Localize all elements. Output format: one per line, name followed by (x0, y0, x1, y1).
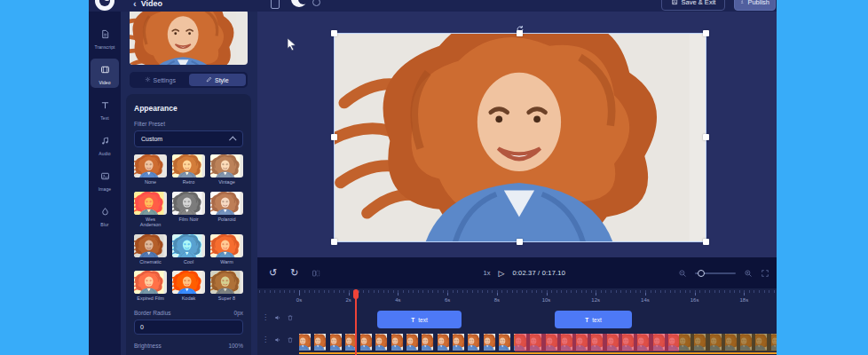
doc-icon (100, 27, 110, 43)
filter-option-expired[interactable]: Expired Film (134, 271, 167, 302)
video-thumbnail[interactable] (130, 10, 248, 65)
droplet-icon (100, 204, 110, 220)
filter-option-vintage[interactable]: Vintage (210, 154, 243, 185)
time-display: 0:02.37 / 0:17.10 (512, 269, 565, 277)
filmstrip-segment-olive[interactable] (679, 334, 777, 351)
drag-handle-icon[interactable]: ⋮ (262, 336, 269, 343)
theme-toggle[interactable] (291, 0, 307, 7)
filter-option-cinematic[interactable]: Cinematic (134, 234, 167, 265)
tab-style[interactable]: Style (189, 74, 247, 86)
playback-controls-bar: ↺ ↻ 1x ▷ 0:02.37 / 0:17.10 (257, 257, 777, 288)
filter-label: Warm (210, 259, 243, 265)
video-track-header: ⋮ (262, 336, 294, 343)
ruler-tick-label: 18s (739, 297, 748, 303)
text-clip[interactable]: Ttext (555, 311, 632, 328)
resize-handle[interactable] (517, 239, 523, 245)
filter-thumbnail (134, 192, 167, 215)
app-logo-icon[interactable] (95, 0, 114, 11)
panel-tabs: SettingsStyle (130, 72, 248, 88)
split-clip-icon[interactable] (312, 269, 320, 278)
zoom-out-icon[interactable] (678, 269, 687, 278)
filter-option-cool[interactable]: Cool (172, 234, 205, 265)
text-clip[interactable]: Ttext (377, 311, 462, 328)
undo-icon[interactable]: ↺ (269, 268, 277, 278)
filter-option-retro[interactable]: Retro (172, 154, 205, 185)
resize-handle[interactable] (703, 239, 709, 245)
sidebar-item-transcript[interactable]: Transcript (91, 23, 119, 52)
filter-label: None (134, 179, 167, 185)
filter-option-polaroid[interactable]: Polaroid (210, 192, 243, 228)
filter-thumbnail (172, 271, 205, 294)
fit-timeline-icon[interactable] (761, 269, 769, 278)
playhead[interactable] (355, 289, 357, 355)
delete-track-icon[interactable] (287, 314, 294, 321)
publish-button[interactable]: Publish (734, 0, 776, 11)
sidebar-item-video[interactable]: Video (91, 59, 119, 88)
filter-label: Polaroid (210, 217, 243, 223)
play-button[interactable]: ▷ (498, 269, 504, 278)
filter-thumbnail (172, 154, 205, 178)
brightness-label: Brightness (134, 343, 162, 349)
drag-handle-icon[interactable]: ⋮ (262, 314, 269, 321)
preview-canvas[interactable] (257, 12, 777, 257)
resize-handle[interactable] (703, 30, 709, 36)
back-chevron-icon[interactable]: ‹ (133, 0, 137, 8)
filter-option-super8[interactable]: Super 8 (210, 271, 243, 302)
resize-handle[interactable] (703, 134, 709, 140)
gear-icon (145, 76, 151, 83)
resize-handle[interactable] (517, 30, 523, 36)
sidebar-item-blur[interactable]: Blur (91, 201, 119, 230)
sidebar-item-text[interactable]: Text (91, 94, 119, 123)
ruler-tick-label: 0s (296, 297, 302, 303)
video-clip-filmstrip[interactable] (299, 334, 777, 351)
sidebar-item-image[interactable]: Image (91, 165, 119, 194)
filter-thumbnail (210, 192, 243, 215)
filmstrip-segment-red[interactable] (515, 334, 679, 351)
zoom-in-icon[interactable] (744, 269, 753, 278)
resize-handle[interactable] (331, 30, 337, 36)
resize-handle[interactable] (331, 134, 337, 140)
sidebar-item-audio[interactable]: Audio (91, 130, 119, 159)
delete-track-icon[interactable] (287, 336, 294, 343)
video-frame[interactable] (335, 34, 706, 241)
mute-icon[interactable] (274, 336, 281, 343)
filter-option-kodak[interactable]: Kodak (172, 271, 205, 302)
slider-knob[interactable] (698, 270, 705, 277)
filter-option-none[interactable]: None (134, 154, 167, 185)
filter-label: Kodak (172, 296, 205, 302)
help-icon[interactable] (312, 0, 320, 6)
filter-thumbnail (210, 234, 243, 257)
pen-icon (206, 76, 212, 83)
app-window: ‹ Video Save & Exit Publish TranscriptVi… (89, 0, 777, 355)
resize-handle[interactable] (331, 239, 337, 245)
filter-option-noir[interactable]: Film Noir (172, 192, 205, 228)
filter-thumbnail (134, 234, 167, 257)
publish-icon (740, 0, 744, 5)
ruler-tick-label: 16s (690, 297, 699, 303)
filter-option-wes[interactable]: Wes Anderson (134, 192, 167, 228)
appearance-heading: Appearance (134, 104, 243, 113)
tab-settings[interactable]: Settings (131, 74, 189, 86)
playback-speed[interactable]: 1x (484, 269, 491, 277)
filmstrip-segment-normal[interactable] (299, 334, 515, 351)
rotate-handle-icon[interactable] (516, 21, 525, 30)
save-exit-button[interactable]: Save & Exit (661, 0, 725, 11)
ruler-tick-label: 10s (542, 297, 551, 303)
text-track-header: ⋮ (262, 314, 294, 321)
filter-preset-select[interactable]: Custom (134, 130, 243, 147)
chevron-up-icon (229, 136, 236, 143)
timeline-zoom-slider[interactable] (695, 269, 736, 277)
mute-icon[interactable] (274, 314, 281, 321)
border-radius-input[interactable]: 0 (134, 320, 243, 335)
border-radius-label: Border Radius (134, 310, 171, 316)
filter-option-warm[interactable]: Warm (210, 234, 243, 265)
image-icon (100, 169, 110, 185)
brightness-value: 100% (228, 343, 243, 349)
main-area: ↺ ↻ 1x ▷ 0:02.37 / 0:17.10 (257, 0, 777, 355)
device-preview-icon[interactable] (271, 0, 280, 9)
filter-preset-label: Filter Preset (134, 121, 243, 127)
filter-thumbnail (134, 154, 167, 178)
page-title: Video (141, 0, 162, 8)
timeline-ruler[interactable]: 0s2s4s6s8s10s12s14s16s18s (257, 288, 777, 308)
redo-icon[interactable]: ↻ (290, 268, 298, 278)
